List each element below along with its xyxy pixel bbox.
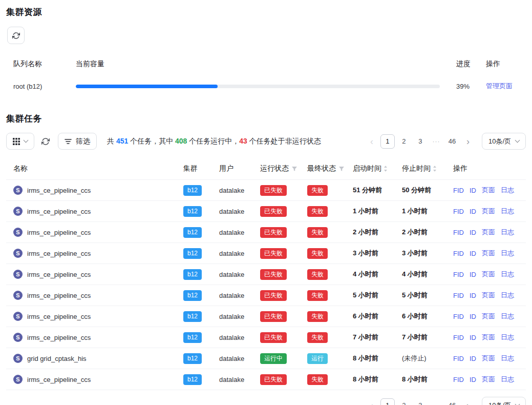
stopped-count: 43 — [239, 137, 247, 145]
log-link[interactable]: 日志 — [501, 207, 514, 216]
final-status-filter-icon[interactable] — [338, 166, 345, 172]
stop-time-sort-icon[interactable] — [433, 165, 437, 172]
page-link[interactable]: 页面 — [482, 333, 495, 342]
task-user: datalake — [219, 271, 260, 278]
id-link[interactable]: ID — [470, 208, 476, 215]
id-link[interactable]: ID — [470, 229, 476, 236]
stop-time: 1 小时前 — [402, 207, 453, 216]
id-link[interactable]: ID — [470, 292, 476, 299]
resources-title: 集群资源 — [6, 6, 526, 18]
run-status-badge: 运行中 — [260, 353, 287, 364]
task-user: datalake — [219, 229, 260, 236]
col-actions: 操作 — [453, 164, 526, 173]
page-link[interactable]: 页面 — [482, 375, 495, 384]
fid-link[interactable]: FID — [453, 229, 464, 236]
id-link[interactable]: ID — [470, 271, 476, 278]
next-page-button[interactable]: › — [461, 134, 475, 149]
fid-link[interactable]: FID — [453, 355, 464, 362]
page-size-select[interactable]: 10条/页 — [482, 397, 526, 405]
id-link[interactable]: ID — [470, 313, 476, 320]
log-link[interactable]: 日志 — [501, 354, 514, 363]
cluster-badge: b12 — [183, 227, 202, 238]
next-page-button[interactable]: › — [461, 398, 475, 405]
task-row: Sirms_ce_pipeline_ccs b12 datalake 已失败 失… — [6, 201, 526, 222]
start-time: 1 小时前 — [353, 207, 402, 216]
fid-link[interactable]: FID — [453, 313, 464, 320]
task-name: irms_ce_pipeline_ccs — [27, 292, 91, 299]
page-link[interactable]: 页面 — [482, 186, 495, 195]
log-link[interactable]: 日志 — [501, 291, 514, 300]
start-time: 6 小时前 — [353, 312, 402, 321]
fid-link[interactable]: FID — [453, 208, 464, 215]
page-button-3[interactable]: 3 — [413, 398, 428, 405]
fid-link[interactable]: FID — [453, 250, 464, 257]
page-button-2[interactable]: 2 — [397, 134, 411, 149]
total-count: 451 — [116, 137, 128, 145]
spark-avatar: S — [13, 270, 23, 279]
tasks-refresh-button[interactable] — [41, 137, 50, 146]
fid-link[interactable]: FID — [453, 292, 464, 299]
id-link[interactable]: ID — [470, 376, 476, 383]
task-row: Sirms_ce_pipeline_ccs b12 datalake 已失败 失… — [6, 369, 526, 390]
task-summary: 共 451 个任务，其中 408 个任务运行中，43 个任务处于非运行状态 — [107, 137, 321, 146]
log-link[interactable]: 日志 — [501, 312, 514, 321]
page-button-3[interactable]: 3 — [413, 134, 428, 149]
run-status-badge: 已失败 — [260, 269, 287, 280]
fid-link[interactable]: FID — [453, 376, 464, 383]
resources-table: 队列名称 当前容量 进度 操作 root (b12) 39% 管理页面 — [6, 54, 526, 98]
page-ellipsis[interactable]: ··· — [430, 402, 443, 405]
page-link[interactable]: 页面 — [482, 207, 495, 216]
task-row: Sirms_ce_pipeline_ccs b12 datalake 已失败 失… — [6, 327, 526, 348]
log-link[interactable]: 日志 — [501, 228, 514, 237]
final-status-badge: 失败 — [307, 185, 328, 196]
page-ellipsis[interactable]: ··· — [430, 138, 443, 145]
log-link[interactable]: 日志 — [501, 249, 514, 258]
col-run-status-label: 运行状态 — [260, 164, 289, 173]
page-link[interactable]: 页面 — [482, 249, 495, 258]
start-time: 51 分钟前 — [353, 186, 402, 195]
filter-button[interactable]: 筛选 — [58, 133, 97, 150]
id-link[interactable]: ID — [470, 250, 476, 257]
page-button-46[interactable]: 46 — [445, 398, 459, 405]
page-link[interactable]: 页面 — [482, 354, 495, 363]
fid-link[interactable]: FID — [453, 334, 464, 341]
fid-link[interactable]: FID — [453, 271, 464, 278]
summary-text: 个任务处于非运行状态 — [247, 137, 321, 145]
fid-link[interactable]: FID — [453, 187, 464, 194]
cluster-badge: b12 — [183, 374, 202, 385]
page-button-2[interactable]: 2 — [397, 398, 411, 405]
page-size-value: 10条/页 — [488, 137, 511, 146]
id-link[interactable]: ID — [470, 334, 476, 341]
log-link[interactable]: 日志 — [501, 186, 514, 195]
page-size-select[interactable]: 10条/页 — [482, 133, 526, 150]
log-link[interactable]: 日志 — [501, 333, 514, 342]
page-link[interactable]: 页面 — [482, 291, 495, 300]
start-time-sort-icon[interactable] — [384, 165, 388, 172]
cluster-badge: b12 — [183, 269, 202, 280]
prev-page-button[interactable]: ‹ — [365, 398, 378, 405]
cluster-badge: b12 — [183, 290, 202, 301]
spark-avatar: S — [13, 333, 23, 342]
running-count: 408 — [175, 137, 187, 145]
layout-grid-button[interactable] — [6, 133, 34, 150]
resources-refresh-button[interactable] — [7, 27, 25, 44]
page-button-46[interactable]: 46 — [445, 134, 459, 149]
col-stop-time-label: 停止时间 — [402, 164, 431, 173]
manage-page-link[interactable]: 管理页面 — [486, 82, 513, 90]
page-button-1[interactable]: 1 — [380, 134, 395, 149]
task-row: Sirms_ce_pipeline_ccs b12 datalake 已失败 失… — [6, 285, 526, 306]
id-link[interactable]: ID — [470, 355, 476, 362]
page-link[interactable]: 页面 — [482, 228, 495, 237]
tasks-table-header: 名称 集群 用户 运行状态 最终状态 启动时间 停止时间 — [6, 158, 526, 180]
prev-page-button[interactable]: ‹ — [365, 134, 378, 149]
final-status-badge: 失败 — [307, 374, 328, 385]
page-button-1[interactable]: 1 — [380, 398, 395, 405]
run-status-filter-icon[interactable] — [291, 166, 297, 172]
page-link[interactable]: 页面 — [482, 270, 495, 279]
log-link[interactable]: 日志 — [501, 270, 514, 279]
id-link[interactable]: ID — [470, 187, 476, 194]
col-start-time: 启动时间 — [353, 164, 402, 173]
page-link[interactable]: 页面 — [482, 312, 495, 321]
final-status-badge: 失败 — [307, 311, 328, 322]
log-link[interactable]: 日志 — [501, 375, 514, 384]
